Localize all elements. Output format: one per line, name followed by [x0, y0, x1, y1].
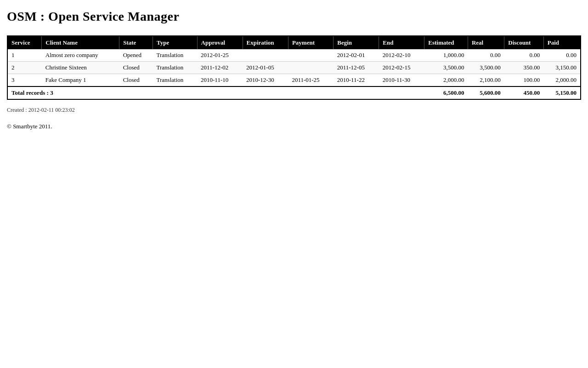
- copyright-text: © Smartbyte 2011.: [7, 123, 581, 130]
- col-header-paid: Paid: [543, 36, 581, 49]
- col-header-end: End: [379, 36, 424, 49]
- cell-begin: 2010-11-22: [334, 74, 379, 87]
- cell-client_name: Almost zero company: [42, 49, 119, 62]
- table-row: 1Almost zero companyOpenedTranslation201…: [7, 49, 581, 62]
- col-header-type: Type: [153, 36, 198, 49]
- cell-payment: 2011-01-25: [288, 74, 333, 87]
- table-header-row: Service Client Name State Type Approval …: [7, 36, 581, 49]
- col-header-expiration: Expiration: [243, 36, 288, 49]
- col-header-begin: Begin: [334, 36, 379, 49]
- cell-state: Closed: [119, 62, 153, 74]
- cell-end: 2012-02-10: [379, 49, 424, 62]
- cell-paid: 2,000.00: [543, 74, 581, 87]
- cell-type: Translation: [153, 49, 198, 62]
- total-paid: 5,150.00: [543, 86, 581, 99]
- created-text: Created : 2012-02-11 00:23:02: [7, 107, 581, 114]
- report-table: Service Client Name State Type Approval …: [7, 35, 581, 100]
- cell-approval: 2012-01-25: [197, 49, 243, 62]
- cell-approval: 2010-11-10: [197, 74, 243, 87]
- cell-service: 3: [7, 74, 42, 87]
- cell-service: 1: [7, 49, 42, 62]
- cell-begin: 2012-02-01: [334, 49, 379, 62]
- total-real: 5,600.00: [468, 86, 504, 99]
- cell-end: 2012-02-15: [379, 62, 424, 74]
- col-header-discount: Discount: [504, 36, 543, 49]
- cell-end: 2010-11-30: [379, 74, 424, 87]
- cell-discount: 0.00: [504, 49, 543, 62]
- cell-type: Translation: [153, 74, 198, 87]
- page-title: OSM : Open Service Manager: [7, 9, 581, 24]
- cell-service: 2: [7, 62, 42, 74]
- col-header-payment: Payment: [288, 36, 333, 49]
- total-row: Total records : 3 6,500.00 5,600.00 450.…: [7, 86, 581, 99]
- cell-expiration: 2012-01-05: [243, 62, 288, 74]
- cell-paid: 3,150.00: [543, 62, 581, 74]
- col-header-state: State: [119, 36, 153, 49]
- total-label: Total records : 3: [7, 86, 424, 99]
- cell-payment: [288, 49, 333, 62]
- cell-paid: 0.00: [543, 49, 581, 62]
- col-header-approval: Approval: [197, 36, 243, 49]
- cell-client_name: Fake Company 1: [42, 74, 119, 87]
- total-discount: 450.00: [504, 86, 543, 99]
- cell-approval: 2011-12-02: [197, 62, 243, 74]
- cell-real: 2,100.00: [468, 74, 504, 87]
- cell-expiration: [243, 49, 288, 62]
- cell-discount: 100.00: [504, 74, 543, 87]
- cell-state: Opened: [119, 49, 153, 62]
- cell-payment: [288, 62, 333, 74]
- col-header-service: Service: [7, 36, 42, 49]
- cell-estimated: 2,000.00: [424, 74, 468, 87]
- table-row: 2Christine SixteenClosedTranslation2011-…: [7, 62, 581, 74]
- cell-client_name: Christine Sixteen: [42, 62, 119, 74]
- cell-real: 3,500.00: [468, 62, 504, 74]
- cell-state: Closed: [119, 74, 153, 87]
- table-row: 3Fake Company 1ClosedTranslation2010-11-…: [7, 74, 581, 87]
- cell-real: 0.00: [468, 49, 504, 62]
- cell-begin: 2011-12-05: [334, 62, 379, 74]
- total-estimated: 6,500.00: [424, 86, 468, 99]
- cell-discount: 350.00: [504, 62, 543, 74]
- cell-expiration: 2010-12-30: [243, 74, 288, 87]
- col-header-estimated: Estimated: [424, 36, 468, 49]
- col-header-real: Real: [468, 36, 504, 49]
- cell-estimated: 1,000.00: [424, 49, 468, 62]
- cell-type: Translation: [153, 62, 198, 74]
- cell-estimated: 3,500.00: [424, 62, 468, 74]
- col-header-client-name: Client Name: [42, 36, 119, 49]
